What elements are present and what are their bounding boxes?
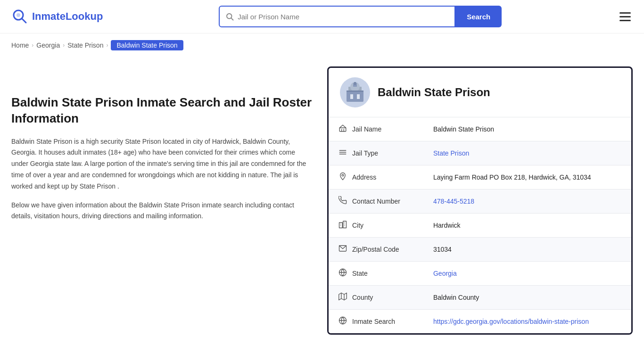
row-label-cell: Jail Name bbox=[329, 117, 424, 141]
info-link[interactable]: https://gdc.georgia.gov/locations/baldwi… bbox=[433, 318, 589, 325]
row-label: State bbox=[352, 270, 368, 277]
row-label-cell: City bbox=[329, 214, 424, 237]
hamburger-line-1 bbox=[619, 12, 631, 14]
hamburger-line-2 bbox=[619, 16, 631, 17]
svg-rect-7 bbox=[357, 94, 360, 99]
row-label: City bbox=[352, 222, 363, 229]
page-title: Baldwin State Prison Inmate Search and J… bbox=[11, 95, 313, 127]
row-label: Contact Number bbox=[352, 197, 400, 205]
info-link[interactable]: Georgia bbox=[433, 270, 457, 277]
breadcrumb-georgia[interactable]: Georgia bbox=[36, 41, 60, 49]
table-row: Zip/Postal Code 31034 bbox=[329, 238, 631, 262]
row-icon bbox=[338, 292, 347, 303]
hamburger-line-3 bbox=[619, 20, 631, 21]
row-label: Zip/Postal Code bbox=[352, 246, 399, 253]
card-header: Baldwin State Prison bbox=[329, 68, 631, 117]
row-value-cell: https://gdc.georgia.gov/locations/baldwi… bbox=[424, 310, 631, 334]
row-value-cell: 478-445-5218 bbox=[424, 189, 631, 214]
row-label-cell: County bbox=[329, 286, 424, 309]
row-value-cell: Baldwin State Prison bbox=[424, 117, 631, 141]
row-label: Inmate Search bbox=[352, 318, 395, 325]
breadcrumb-home[interactable]: Home bbox=[11, 41, 29, 49]
row-icon bbox=[338, 316, 347, 327]
svg-rect-6 bbox=[350, 94, 353, 99]
search-wrapper bbox=[219, 6, 455, 27]
row-icon bbox=[338, 244, 347, 255]
svg-line-1 bbox=[22, 18, 26, 23]
prison-avatar bbox=[340, 77, 370, 107]
row-value-cell: Georgia bbox=[424, 262, 631, 286]
table-row: Jail Type State Prison bbox=[329, 141, 631, 165]
row-label-cell: Inmate Search bbox=[329, 310, 424, 333]
svg-rect-12 bbox=[347, 90, 363, 92]
table-row: State Georgia bbox=[329, 262, 631, 286]
table-row: Address Laying Farm Road PO Box 218, Har… bbox=[329, 165, 631, 189]
search-icon bbox=[225, 12, 234, 21]
table-row: Jail Name Baldwin State Prison bbox=[329, 117, 631, 141]
breadcrumb-chevron-1: › bbox=[32, 42, 33, 49]
row-icon bbox=[338, 148, 347, 158]
info-value: Laying Farm Road PO Box 218, Hardwick, G… bbox=[433, 173, 591, 181]
table-row: City Hardwick bbox=[329, 214, 631, 238]
info-value: Baldwin State Prison bbox=[433, 125, 494, 133]
row-value-cell: State Prison bbox=[424, 141, 631, 165]
card-title: Baldwin State Prison bbox=[378, 86, 490, 99]
logo-text: InmateLookup bbox=[32, 10, 103, 23]
row-icon bbox=[338, 124, 347, 134]
logo[interactable]: InmateLookup bbox=[11, 8, 103, 25]
info-value: 31034 bbox=[433, 246, 452, 253]
svg-marker-30 bbox=[339, 293, 347, 300]
logo-icon bbox=[11, 8, 28, 25]
info-value: Hardwick bbox=[433, 222, 461, 229]
right-column: Baldwin State Prison Jail Name Baldwin S… bbox=[327, 66, 633, 335]
info-card: Baldwin State Prison Jail Name Baldwin S… bbox=[327, 66, 633, 335]
page-description-1: Baldwin State Prison is a high security … bbox=[11, 136, 313, 192]
svg-rect-11 bbox=[354, 82, 356, 85]
breadcrumb-current: Baldwin State Prison bbox=[111, 40, 183, 50]
svg-point-19 bbox=[342, 174, 344, 176]
row-icon bbox=[338, 220, 347, 230]
svg-line-4 bbox=[231, 18, 233, 20]
table-row: Inmate Search https://gdc.georgia.gov/lo… bbox=[329, 310, 631, 334]
svg-point-2 bbox=[17, 13, 20, 17]
table-row: Contact Number 478-445-5218 bbox=[329, 189, 631, 214]
row-icon bbox=[338, 196, 347, 206]
row-icon bbox=[338, 268, 347, 279]
info-value: Baldwin County bbox=[433, 294, 479, 301]
row-label: County bbox=[352, 294, 373, 301]
info-link[interactable]: State Prison bbox=[433, 149, 469, 157]
search-button[interactable]: Search bbox=[455, 6, 502, 27]
main-content: Baldwin State Prison Inmate Search and J… bbox=[0, 57, 644, 344]
row-label-cell: Zip/Postal Code bbox=[329, 238, 424, 261]
breadcrumb: Home › Georgia › State Prison › Baldwin … bbox=[0, 33, 644, 57]
row-label: Jail Name bbox=[352, 125, 381, 133]
row-label-cell: State bbox=[329, 262, 424, 285]
page-description-2: Below we have given information about th… bbox=[11, 200, 313, 222]
info-link[interactable]: 478-445-5218 bbox=[433, 197, 474, 205]
info-table: Jail Name Baldwin State Prison Jail Type… bbox=[329, 117, 631, 333]
svg-rect-13 bbox=[339, 128, 346, 132]
row-value-cell: Hardwick bbox=[424, 214, 631, 238]
row-value-cell: 31034 bbox=[424, 238, 631, 262]
row-label-cell: Contact Number bbox=[329, 189, 424, 213]
svg-rect-5 bbox=[347, 90, 363, 102]
row-label: Jail Type bbox=[352, 149, 378, 157]
search-input[interactable] bbox=[238, 13, 449, 21]
hamburger-menu[interactable] bbox=[618, 10, 633, 23]
row-value-cell: Laying Farm Road PO Box 218, Hardwick, G… bbox=[424, 165, 631, 189]
row-value-cell: Baldwin County bbox=[424, 286, 631, 310]
breadcrumb-state-prison[interactable]: State Prison bbox=[67, 41, 103, 49]
breadcrumb-chevron-2: › bbox=[63, 42, 65, 49]
table-row: County Baldwin County bbox=[329, 286, 631, 310]
breadcrumb-chevron-3: › bbox=[106, 42, 108, 49]
row-label-cell: Address bbox=[329, 165, 424, 189]
search-area: Search bbox=[219, 6, 502, 27]
svg-rect-21 bbox=[343, 221, 347, 228]
prison-building-icon bbox=[344, 81, 366, 104]
left-column: Baldwin State Prison Inmate Search and J… bbox=[11, 66, 313, 335]
row-icon bbox=[338, 172, 347, 182]
row-label-cell: Jail Type bbox=[329, 141, 424, 165]
row-label: Address bbox=[352, 173, 376, 181]
